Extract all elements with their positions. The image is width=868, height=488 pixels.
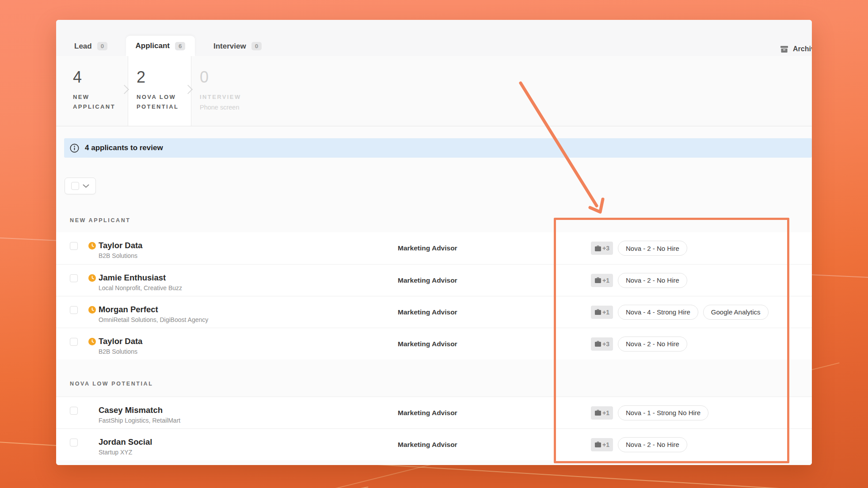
- applicant-row-jamie-enthusiast[interactable]: Jamie Enthusiast Local Nonprofit, Creati…: [56, 264, 812, 296]
- applicant-name[interactable]: Taylor Data: [99, 241, 142, 250]
- stage-nova-low-potential[interactable]: 2 NOVA LOW POTENTIAL: [128, 56, 191, 126]
- applicant-name[interactable]: Taylor Data: [99, 337, 142, 346]
- experience-count: +1: [602, 277, 609, 284]
- tag-pill[interactable]: Nova - 2 - No Hire: [618, 241, 687, 256]
- experience-count-badge[interactable]: +3: [591, 242, 613, 255]
- tab-interview-count-badge: 0: [251, 42, 262, 50]
- tag-pill[interactable]: Nova - 4 - Strong Hire: [618, 305, 698, 320]
- chevron-down-icon: [83, 184, 89, 188]
- pending-clock-icon: [88, 274, 96, 282]
- ats-pipeline-panel: Lead 0 Applicant 6 Interview 0 Archived …: [56, 20, 812, 465]
- applicant-role: Marketing Advisor: [398, 441, 457, 449]
- briefcase-icon: [594, 309, 602, 315]
- review-banner: 4 applicants to review: [64, 138, 812, 158]
- stage-label: NOVA LOW POTENTIAL: [137, 92, 189, 112]
- applicant-name[interactable]: Jamie Enthusiast: [99, 273, 182, 282]
- applicant-role: Marketing Advisor: [398, 340, 457, 348]
- applicant-companies: FastShip Logistics, RetailMart: [99, 417, 180, 424]
- tag-pill[interactable]: Nova - 2 - No Hire: [618, 437, 687, 452]
- pending-clock-icon: [88, 242, 96, 250]
- tab-applicant[interactable]: Applicant 6: [126, 36, 195, 56]
- tab-interview[interactable]: Interview 0: [213, 36, 262, 56]
- pending-clock-icon: [88, 338, 96, 345]
- stage-count: 4: [73, 69, 128, 85]
- tag-pill[interactable]: Google Analytics: [703, 305, 769, 320]
- applicant-companies: B2B Solutions: [99, 348, 142, 355]
- row-checkbox[interactable]: [70, 274, 78, 282]
- tab-lead-count-badge: 0: [97, 42, 108, 50]
- experience-count: +3: [602, 340, 609, 348]
- briefcase-icon: [594, 409, 602, 416]
- archived-label: Archived: [793, 45, 812, 53]
- applicant-name[interactable]: Morgan Perfect: [99, 305, 208, 314]
- experience-count-badge[interactable]: +3: [591, 337, 613, 351]
- experience-count: +3: [602, 245, 609, 252]
- tab-bar: Lead 0 Applicant 6 Interview 0 Archived: [56, 20, 812, 56]
- stage-sublabel: Phone screen: [200, 104, 306, 111]
- review-banner-text: 4 applicants to review: [85, 144, 163, 152]
- select-all-checkbox[interactable]: [71, 182, 79, 190]
- section-header-nova-low-potential: NOVA LOW POTENTIAL: [56, 359, 812, 397]
- tag-pill[interactable]: Nova - 2 - No Hire: [618, 337, 687, 352]
- briefcase-icon: [594, 277, 602, 284]
- stage-interview[interactable]: 0 INTERVIEW Phone screen: [191, 56, 306, 126]
- bulk-select-button[interactable]: [65, 178, 96, 194]
- tag-pill[interactable]: Nova - 2 - No Hire: [618, 273, 687, 288]
- stage-label: NEW APPLICANT: [73, 92, 125, 112]
- row-checkbox[interactable]: [70, 407, 78, 415]
- applicant-companies: Local Nonprofit, Creative Buzz: [99, 284, 182, 291]
- info-icon: [70, 144, 79, 153]
- stage-count: 0: [200, 69, 306, 85]
- experience-count-badge[interactable]: +1: [591, 306, 613, 319]
- briefcase-icon: [594, 441, 602, 448]
- tab-lead-label: Lead: [74, 42, 92, 51]
- experience-count: +1: [602, 309, 609, 316]
- tab-lead[interactable]: Lead 0: [74, 36, 107, 56]
- applicant-role: Marketing Advisor: [398, 308, 457, 316]
- pipeline-stages: 4 NEW APPLICANT 2 NOVA LOW POTENTIAL 0 I…: [56, 56, 812, 126]
- archived-button[interactable]: Archived: [780, 42, 812, 56]
- applicant-row-morgan-perfect[interactable]: Morgan Perfect OmniRetail Solutions, Dig…: [56, 296, 812, 328]
- stage-label: INTERVIEW: [200, 92, 252, 102]
- applicant-companies: B2B Solutions: [99, 252, 142, 259]
- tab-applicant-label: Applicant: [136, 42, 170, 50]
- applicant-name[interactable]: Jordan Social: [99, 437, 152, 446]
- experience-count-badge[interactable]: +1: [591, 274, 613, 287]
- tab-interview-label: Interview: [213, 42, 246, 51]
- experience-count: +1: [602, 409, 609, 416]
- applicant-row-taylor-data-2[interactable]: Taylor Data B2B Solutions Marketing Advi…: [56, 328, 812, 359]
- briefcase-icon: [594, 340, 602, 347]
- pending-clock-icon: [88, 306, 96, 314]
- applicant-row-casey-mismatch[interactable]: Casey Mismatch FastShip Logistics, Retai…: [56, 397, 812, 428]
- row-checkbox[interactable]: [70, 306, 78, 314]
- row-checkbox[interactable]: [70, 242, 78, 250]
- briefcase-icon: [594, 245, 602, 252]
- experience-count-badge[interactable]: +1: [591, 406, 613, 420]
- experience-count: +1: [602, 441, 609, 448]
- tag-pill[interactable]: Nova - 1 - Strong No Hire: [618, 405, 708, 420]
- row-checkbox[interactable]: [70, 439, 78, 446]
- section-header-new-applicant: NEW APPLICANT: [56, 208, 812, 232]
- applicant-list: NEW APPLICANT Taylor Data B2B Solutions …: [56, 208, 812, 460]
- experience-count-badge[interactable]: +1: [591, 438, 613, 451]
- archive-box-icon: [780, 45, 788, 53]
- tab-applicant-count-badge: 6: [175, 42, 186, 50]
- applicant-name[interactable]: Casey Mismatch: [99, 405, 180, 415]
- applicant-role: Marketing Advisor: [398, 276, 457, 284]
- applicant-role: Marketing Advisor: [398, 409, 457, 417]
- applicant-role: Marketing Advisor: [398, 244, 457, 252]
- applicant-companies: OmniRetail Solutions, DigiBoost Agency: [99, 316, 208, 323]
- stage-new-applicant[interactable]: 4 NEW APPLICANT: [56, 56, 128, 126]
- applicant-row-taylor-data-1[interactable]: Taylor Data B2B Solutions Marketing Advi…: [56, 232, 812, 264]
- row-checkbox[interactable]: [70, 338, 78, 346]
- stage-count: 2: [137, 69, 191, 85]
- applicant-row-jordan-social[interactable]: Jordan Social Startup XYZ Marketing Advi…: [56, 428, 812, 460]
- applicant-companies: Startup XYZ: [99, 449, 152, 456]
